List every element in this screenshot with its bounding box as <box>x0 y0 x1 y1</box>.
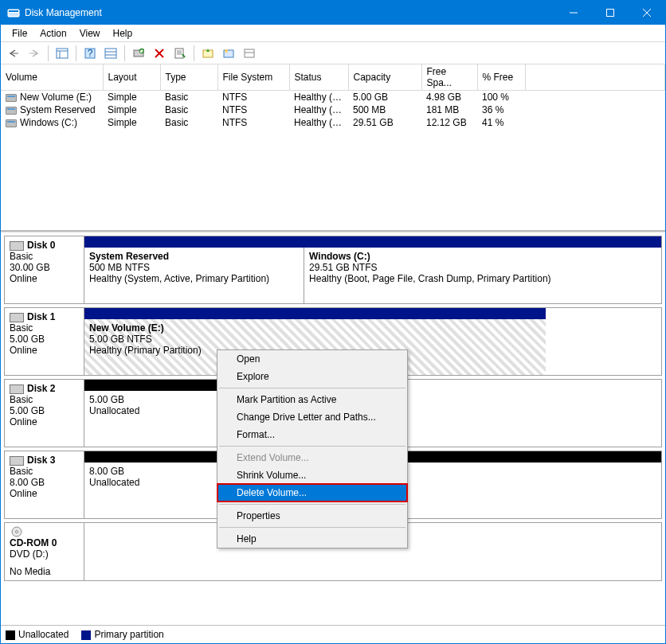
minimize-button[interactable] <box>555 1 592 25</box>
volume-row[interactable]: New Volume (E:)SimpleBasicNTFSHealthy (P… <box>1 91 665 104</box>
settings-icon[interactable] <box>101 44 120 63</box>
col-pct[interactable]: % Free <box>477 64 525 91</box>
col-fs[interactable]: File System <box>217 64 289 91</box>
volume-row[interactable]: System ReservedSimpleBasicNTFSHealthy (S… <box>1 103 665 116</box>
ctx-format[interactable]: Format... <box>217 426 407 443</box>
partition[interactable]: Windows (C:) 29.51 GB NTFS Healthy (Boot… <box>304 248 661 303</box>
col-layout[interactable]: Layout <box>103 64 160 91</box>
window-title: Disk Management <box>25 7 555 18</box>
back-button[interactable] <box>4 44 23 63</box>
legend: Unallocated Primary partition <box>1 625 665 643</box>
disk-info[interactable]: Disk 1 Basic 5.00 GB Online <box>5 308 84 375</box>
forward-button[interactable] <box>25 44 44 63</box>
col-type[interactable]: Type <box>160 64 217 91</box>
delete-icon[interactable] <box>150 44 169 63</box>
svg-point-32 <box>16 531 18 533</box>
ctx-extend[interactable]: Extend Volume... <box>217 449 407 466</box>
action3-icon[interactable] <box>240 44 259 63</box>
ctx-delete-volume[interactable]: Delete Volume... <box>217 484 407 502</box>
volume-icon <box>6 107 17 115</box>
volume-icon <box>6 94 17 102</box>
ctx-shrink[interactable]: Shrink Volume... <box>217 466 407 484</box>
toolbar: ? <box>1 42 665 64</box>
svg-rect-1 <box>9 10 18 12</box>
help-icon[interactable]: ? <box>80 44 100 63</box>
menu-file[interactable]: File <box>6 26 33 41</box>
svg-rect-9 <box>57 49 68 58</box>
disk-info[interactable]: Disk 3 Basic 8.00 GB Online <box>5 451 84 518</box>
ctx-properties[interactable]: Properties <box>217 507 407 525</box>
disk-info[interactable]: CD-ROM 0 DVD (D:) No Media <box>5 523 84 580</box>
svg-text:?: ? <box>88 48 93 59</box>
volume-row[interactable]: Windows (C:)SimpleBasicNTFSHealthy (B...… <box>1 116 665 129</box>
properties-icon[interactable] <box>170 44 190 63</box>
ctx-help[interactable]: Help <box>217 530 407 548</box>
app-icon <box>7 6 20 19</box>
close-button[interactable] <box>629 1 665 25</box>
titlebar: Disk Management <box>1 1 665 25</box>
col-volume[interactable]: Volume <box>1 64 103 91</box>
partition[interactable]: System Reserved 500 MB NTFS Healthy (Sys… <box>84 248 304 303</box>
ctx-mark-active[interactable]: Mark Partition as Active <box>217 391 407 408</box>
menubar: File Action View Help <box>1 25 665 42</box>
action2-icon[interactable] <box>219 44 238 63</box>
ctx-open[interactable]: Open <box>217 350 407 368</box>
svg-point-28 <box>225 49 228 53</box>
menu-view[interactable]: View <box>73 26 107 41</box>
ctx-change-letter[interactable]: Change Drive Letter and Paths... <box>217 408 407 426</box>
volume-list: Volume Layout Type File System Status Ca… <box>1 64 665 232</box>
svg-rect-14 <box>105 49 116 58</box>
menu-help[interactable]: Help <box>107 26 139 41</box>
maximize-button[interactable] <box>592 1 629 25</box>
col-free[interactable]: Free Spa... <box>421 64 477 91</box>
legend-primary-swatch <box>81 630 91 640</box>
svg-rect-29 <box>245 49 254 57</box>
disk-row: Disk 0 Basic 30.00 GB Online System Rese… <box>4 236 662 304</box>
context-menu: Open Explore Mark Partition as Active Ch… <box>217 349 408 548</box>
svg-rect-2 <box>9 13 18 16</box>
disk-info[interactable]: Disk 0 Basic 30.00 GB Online <box>5 236 84 303</box>
menu-action[interactable]: Action <box>33 26 72 41</box>
disk-info[interactable]: Disk 2 Basic 5.00 GB Online <box>5 380 84 447</box>
ctx-explore[interactable]: Explore <box>217 368 407 385</box>
legend-unallocated-swatch <box>6 630 15 640</box>
refresh-icon[interactable] <box>129 44 148 63</box>
col-capacity[interactable]: Capacity <box>348 64 421 91</box>
action-icon[interactable] <box>198 44 217 63</box>
col-status[interactable]: Status <box>289 64 348 91</box>
svg-rect-4 <box>607 10 614 17</box>
volume-icon <box>6 119 17 127</box>
show-hide-button[interactable] <box>53 44 72 63</box>
svg-rect-21 <box>175 49 183 58</box>
